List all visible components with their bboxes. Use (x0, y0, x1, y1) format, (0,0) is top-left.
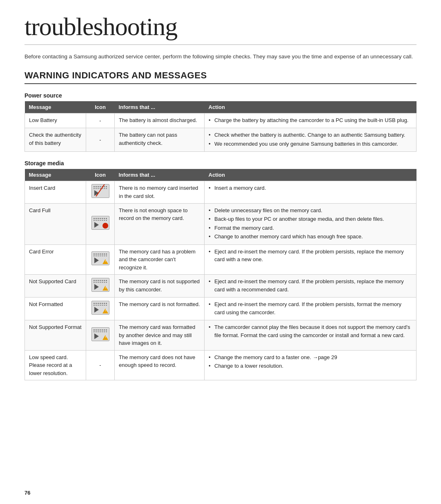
icon-cell: - (86, 113, 115, 128)
table-row: Not Supported Card (25, 275, 86, 298)
power-source-table: Message Icon Informs that ... Action Low… (24, 101, 416, 152)
icon-cell: ! (86, 244, 115, 275)
table-row: Not Formatted (25, 298, 86, 320)
action-item: Check whether the battery is authentic. … (209, 131, 412, 139)
action-item: The camcorder cannot play the files beca… (209, 323, 412, 339)
action-cell: Eject and re-insert the memory card. If … (205, 244, 416, 275)
table-row: Low speed card. Please record at a lower… (25, 350, 86, 380)
action-item: Change the memory card to a faster one. … (209, 353, 412, 362)
action-cell: Eject and re-insert the memory card. If … (205, 298, 416, 320)
table-row: Card Full (25, 203, 86, 244)
table-row: Check the authenticity of this battery (25, 128, 86, 152)
col-header-action2: Action (205, 169, 416, 181)
col-header-icon: Icon (86, 101, 115, 113)
action-item: Eject and re-insert the memory card. If … (209, 248, 412, 264)
table-row: Card Error (25, 244, 86, 275)
action-item: Eject and re-insert the memory card. If … (209, 278, 412, 293)
power-source-subtitle: Power source (24, 92, 416, 99)
action-item: Change to another memory card which has … (209, 233, 412, 241)
icon-cell (86, 181, 115, 204)
action-item: Insert a memory card. (209, 184, 412, 192)
page-number: 76 (24, 490, 30, 496)
action-item: Delete unnecessary files on the memory c… (209, 206, 412, 215)
informs-cell: The battery can not pass authenticity ch… (115, 128, 205, 152)
informs-cell: The memory card is not formatted. (115, 298, 205, 320)
informs-cell: The memory card does not have enough spe… (115, 350, 205, 380)
informs-cell: The memory card is not supported by this… (115, 275, 205, 298)
col-header-informs: Informs that ... (115, 101, 205, 113)
table-row: Not Supported Format (25, 320, 86, 351)
action-cell: Eject and re-insert the memory card. If … (205, 275, 416, 298)
table-row: Low Battery (25, 113, 86, 128)
icon-cell: - (86, 350, 115, 380)
icon-cell: ! (86, 298, 115, 320)
col-header-informs2: Informs that ... (115, 169, 205, 181)
table-row: Insert Card (25, 181, 86, 204)
action-cell: Delete unnecessary files on the memory c… (205, 203, 416, 244)
col-header-action: Action (205, 101, 416, 113)
informs-cell: The memory card has a problem and the ca… (115, 244, 205, 275)
icon-cell: - (86, 128, 115, 152)
storage-media-table: Message Icon Informs that ... Action Ins… (24, 169, 416, 380)
icon-cell: ! (86, 320, 115, 351)
action-item: Format the memory card. (209, 224, 412, 232)
action-cell: The camcorder cannot play the files beca… (205, 320, 416, 351)
icon-cell (86, 203, 115, 244)
action-cell: Charge the battery by attaching the camc… (205, 113, 416, 128)
icon-cell: ! (86, 275, 115, 298)
intro-text: Before contacting a Samsung authorized s… (24, 52, 416, 61)
action-item: Charge the battery by attaching the camc… (209, 116, 412, 124)
col-header-message2: Message (25, 169, 86, 181)
informs-cell: The memory card was formatted by another… (115, 320, 205, 351)
page-title: troubleshooting (24, 12, 416, 45)
action-item: Change to a lower resolution. (209, 362, 412, 370)
action-item: We recommended you use only genuine Sams… (209, 140, 412, 148)
action-cell: Check whether the battery is authentic. … (205, 128, 416, 152)
col-header-message: Message (25, 101, 86, 113)
section-title-warnings: WARNING INDICATORS AND MESSAGES (24, 70, 416, 84)
storage-media-section: Storage media Message Icon Informs that … (24, 160, 416, 380)
power-source-section: Power source Message Icon Informs that .… (24, 92, 416, 152)
col-header-icon2: Icon (86, 169, 115, 181)
storage-media-subtitle: Storage media (24, 160, 416, 167)
informs-cell: There is no memory card inserted in the … (115, 181, 205, 204)
action-item: Eject and re-insert the memory card. If … (209, 300, 412, 316)
action-cell: Insert a memory card. (205, 181, 416, 204)
informs-cell: There is not enough space to record on t… (115, 203, 205, 244)
action-cell: Change the memory card to a faster one. … (205, 350, 416, 380)
action-item: Back-up files to your PC or another stor… (209, 215, 412, 223)
informs-cell: The battery is almost discharged. (115, 113, 205, 128)
